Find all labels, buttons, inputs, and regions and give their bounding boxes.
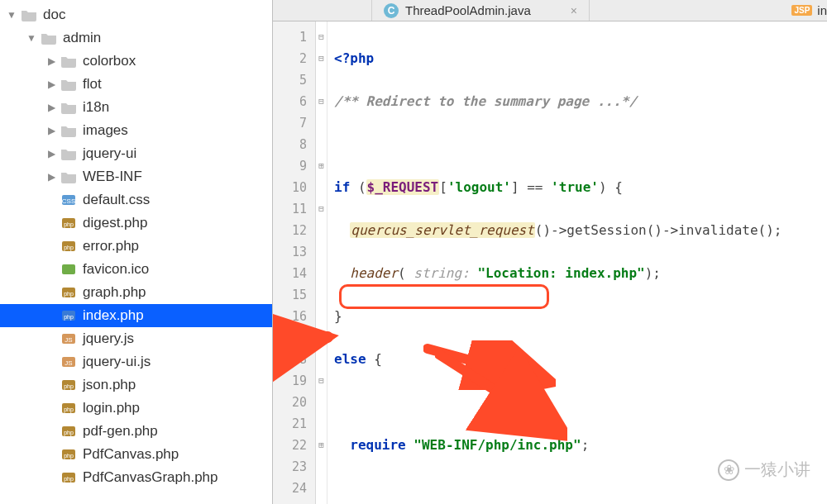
svg-text:php: php	[64, 407, 74, 413]
fold-marker[interactable]	[316, 349, 327, 370]
line-number: 21	[273, 413, 307, 435]
line-number: 6	[273, 91, 307, 112]
line-number: 5	[273, 69, 307, 91]
chevron-icon[interactable]: ▶	[45, 102, 58, 113]
tree-item-label: login.php	[83, 400, 140, 416]
tree-folder[interactable]: ▶jquery-ui	[0, 142, 272, 165]
project-tree[interactable]: ▼doc▼admin▶colorbox▶flot▶i18n▶images▶jqu…	[0, 0, 273, 504]
fold-strip[interactable]: ⊟⊟⊟⊞⊟⊟⊞⊞	[316, 21, 327, 504]
line-number: 8	[273, 134, 307, 155]
php-icon: php	[60, 285, 78, 300]
comment: /** Redirect to the summary page ...*/	[334, 93, 637, 109]
fold-marker[interactable]: ⊞	[316, 435, 327, 456]
fold-marker[interactable]	[316, 306, 327, 327]
fold-marker[interactable]	[316, 478, 327, 499]
code-area[interactable]: <?php /** Redirect to the summary page .…	[327, 21, 827, 504]
svg-text:JS: JS	[65, 336, 72, 344]
js-icon: JS	[60, 354, 78, 369]
php-icon: php	[60, 424, 78, 439]
tree-file[interactable]: phpgraph.php	[0, 281, 272, 304]
chevron-icon[interactable]: ▶	[45, 125, 58, 136]
chevron-icon[interactable]: ▼	[5, 9, 18, 21]
editor-tab[interactable]: C ThreadPoolAdmin.java ×	[372, 0, 590, 21]
svg-text:php: php	[64, 314, 74, 321]
tree-file[interactable]: phpdigest.php	[0, 212, 272, 235]
tree-folder[interactable]: ▶colorbox	[0, 50, 272, 73]
folder-icon	[60, 146, 78, 161]
line-number: 24	[273, 478, 307, 499]
svg-text:php: php	[64, 245, 74, 251]
line-number: 23	[273, 456, 307, 478]
chevron-icon[interactable]: ▶	[45, 148, 58, 159]
tree-file[interactable]: phpindex.php	[0, 304, 272, 327]
fold-marker[interactable]	[316, 263, 327, 284]
fold-marker[interactable]: ⊟	[316, 370, 327, 392]
php-icon: php	[60, 401, 78, 416]
tree-item-label: PdfCanvasGraph.php	[83, 469, 218, 486]
close-icon[interactable]: ×	[571, 4, 577, 17]
tree-item-label: jquery.js	[83, 330, 134, 347]
tree-item-label: jquery-ui	[83, 145, 136, 162]
tree-file[interactable]: phppdf-gen.php	[0, 420, 272, 443]
fold-marker[interactable]: ⊟	[316, 48, 327, 69]
fold-marker[interactable]: ⊟	[316, 26, 327, 48]
js-icon: JS	[60, 331, 78, 346]
tree-item-label: default.css	[83, 192, 150, 208]
tree-file[interactable]: CSSdefault.css	[0, 188, 272, 212]
chevron-icon[interactable]: ▶	[45, 55, 58, 67]
line-number: 25	[273, 499, 307, 504]
tree-folder[interactable]: ▶i18n	[0, 96, 272, 119]
tree-file[interactable]: phplogin.php	[0, 397, 272, 420]
tree-file[interactable]: phpjson.php	[0, 373, 272, 397]
fold-marker[interactable]	[316, 112, 327, 134]
tree-folder[interactable]: ▶flot	[0, 73, 272, 96]
fold-marker[interactable]	[316, 241, 327, 263]
tree-file[interactable]: favicon.ico	[0, 258, 272, 281]
editor-tab-secondary[interactable]: JSP in	[785, 0, 827, 21]
tree-item-label: error.php	[83, 238, 139, 254]
tab-title-secondary: in	[817, 3, 827, 17]
chevron-icon[interactable]: ▶	[45, 78, 58, 90]
folder-icon	[60, 77, 78, 92]
php-icon: php	[60, 216, 78, 231]
brace: ) {	[599, 179, 623, 195]
folder-icon	[60, 169, 78, 184]
fold-marker[interactable]	[316, 327, 327, 349]
fold-marker[interactable]	[316, 69, 327, 91]
str: 'true'	[551, 179, 599, 195]
fold-marker[interactable]	[316, 413, 327, 435]
editor-tabbar[interactable]: C ThreadPoolAdmin.java × JSP in	[273, 0, 827, 21]
tabbar-spacer	[273, 0, 372, 21]
fold-marker[interactable]	[316, 134, 327, 155]
fold-marker[interactable]: ⊞	[316, 155, 327, 177]
line-number: 11	[273, 198, 307, 220]
fold-marker[interactable]	[316, 220, 327, 241]
fold-marker[interactable]	[316, 456, 327, 478]
tree-file[interactable]: phpPdfCanvas.php	[0, 443, 272, 466]
code-editor[interactable]: 1256789101112131415161718192021222324252…	[273, 21, 827, 504]
folder-icon	[60, 123, 78, 138]
svg-text:php: php	[64, 453, 74, 459]
fold-marker[interactable]	[316, 499, 327, 504]
fold-marker[interactable]	[316, 392, 327, 413]
tree-folder[interactable]: ▶WEB-INF	[0, 165, 272, 188]
fold-marker[interactable]	[316, 284, 327, 306]
line-number: 15	[273, 284, 307, 306]
line-number: 16	[273, 306, 307, 327]
tree-file[interactable]: JSjquery.js	[0, 327, 272, 350]
fn-call: quercus_servlet_request	[350, 222, 535, 238]
tree-folder[interactable]: ▼admin	[0, 26, 272, 50]
tree-item-label: digest.php	[83, 215, 147, 231]
tree-file[interactable]: JSjquery-ui.js	[0, 350, 272, 373]
fold-marker[interactable]: ⊟	[316, 91, 327, 112]
fold-marker[interactable]: ⊟	[316, 198, 327, 220]
tree-file[interactable]: phpPdfCanvasGraph.php	[0, 466, 272, 489]
line-number: 13	[273, 241, 307, 263]
chevron-icon[interactable]: ▼	[25, 32, 38, 44]
chevron-icon[interactable]: ▶	[45, 171, 58, 183]
tree-file[interactable]: phperror.php	[0, 235, 272, 258]
tree-folder[interactable]: ▼doc	[0, 3, 272, 26]
tree-folder[interactable]: ▶images	[0, 119, 272, 142]
fold-marker[interactable]	[316, 177, 327, 198]
line-number: 17	[273, 327, 307, 349]
